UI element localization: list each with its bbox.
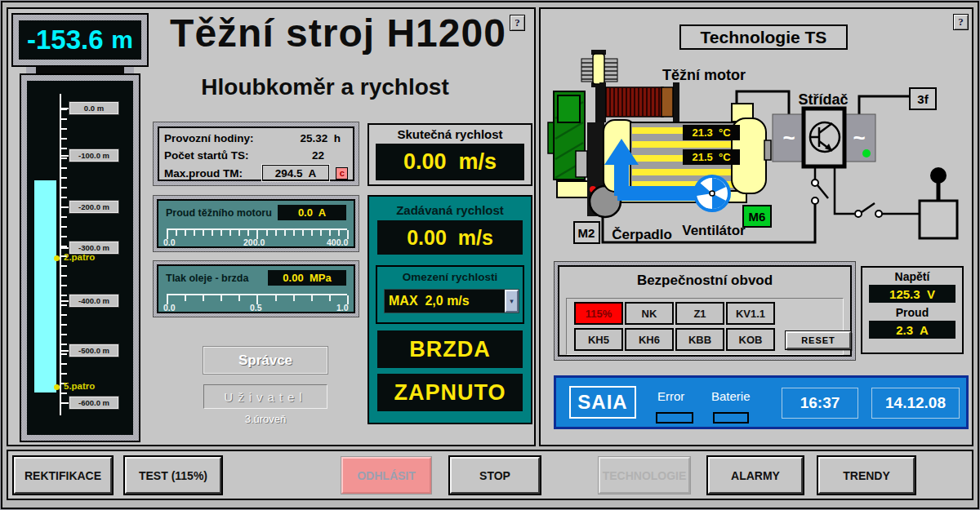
motor-temp2-value: 21.5 °C xyxy=(692,151,731,163)
left-panel: -153.6 m 0.0 m -100.0 m xyxy=(7,7,536,446)
voltage-label: Napětí xyxy=(862,270,962,283)
plc-error-label: Error xyxy=(657,389,684,403)
toolbar-button-alarmy[interactable]: ALARMY xyxy=(708,457,803,494)
plc-error-indicator xyxy=(656,412,693,424)
depth-unit: m xyxy=(111,26,133,54)
inverter-run-led xyxy=(862,149,871,157)
user-login-button[interactable]: Uživatel xyxy=(203,384,327,409)
toolbar-button-odhlasit[interactable]: ODHLÁSIT xyxy=(341,457,431,494)
floor-marker-label: 5.patro xyxy=(64,381,95,391)
scale-label: -600.0 m xyxy=(69,397,118,409)
floor-marker-label: 2.patro xyxy=(64,252,95,262)
run-hours-value: 25.32 h xyxy=(269,132,341,144)
current-display: 2.3 A xyxy=(869,321,956,339)
heatsink-capsule xyxy=(593,54,604,84)
safety-indicator-kv11: KV1.1 xyxy=(726,302,775,325)
safety-indicator-nk: NK xyxy=(625,302,674,325)
depth-display: -153.6 m xyxy=(19,20,141,60)
safety-indicator-kob: KOB xyxy=(726,328,775,351)
contactor-switch-1 xyxy=(812,180,828,204)
toolbar-button-technologie[interactable]: TECHNOLOGIE xyxy=(599,457,690,494)
toolbar-button-rektifikace[interactable]: REKTIFIKACE xyxy=(14,457,112,494)
power-status-display: ZAPNUTO xyxy=(377,374,523,411)
setpoint-speed-title: Zadávaná rychlost xyxy=(369,203,531,217)
contactor-switch-2 xyxy=(855,203,882,217)
plc-battery-label: Baterie xyxy=(711,389,751,403)
safety-indicator-kbb: KBB xyxy=(675,328,724,351)
chevron-down-icon[interactable]: ▾ xyxy=(505,290,519,313)
page-subtitle: Hloubkoměr a rychlost xyxy=(154,74,497,100)
help-button[interactable]: ? xyxy=(510,15,525,31)
oil-pressure-display: 0.00 MPa xyxy=(268,270,346,286)
plc-status-bar: SAIA Error Baterie 16:37 14.12.08 xyxy=(554,375,969,429)
floor-marker-dot xyxy=(54,255,60,261)
depth-scale-frame: 0.0 m -100.0 m -200.0 m -300.0 m -400.0 … xyxy=(20,73,140,442)
floor-marker-dot xyxy=(54,384,60,390)
max-current-label: Max.proud TM: xyxy=(164,167,262,180)
fan-icon xyxy=(695,176,729,211)
gauge-tick-label: 0.5 xyxy=(250,303,262,313)
toolbar-button-trendy[interactable]: TRENDY xyxy=(818,457,915,494)
voltage-display: 125.3 V xyxy=(869,285,956,303)
info-panel-frame: Provozní hodiny: 25.32 h Počet startů TS… xyxy=(153,122,359,186)
wire-inverter-grid xyxy=(859,96,910,114)
speed-limit-title: Omezení rychlosti xyxy=(377,271,523,283)
reset-button[interactable]: RESET xyxy=(786,331,851,349)
toolbar-button-test[interactable]: TEST (115%) xyxy=(125,457,221,494)
gauge-tick-label: 400.0 xyxy=(327,237,348,247)
gauge-tick-label: 0.0 xyxy=(163,303,176,313)
actual-speed-panel: Skutečná rychlost 0.00 m/s xyxy=(368,123,532,186)
motor-current-display: 0.0 A xyxy=(278,205,346,220)
info-panel: Provozní hodiny: 25.32 h Počet startů TS… xyxy=(158,126,354,181)
depth-position-bar xyxy=(34,180,56,392)
safety-indicator-field: 115% NK Z1 KV1.1 KH5 KH6 KBB KOB RESET xyxy=(566,298,844,355)
resistor-ribs xyxy=(610,88,659,116)
hmi-screen: -153.6 m 0.0 m -100.0 m xyxy=(0,0,980,510)
toolbar: REKTIFIKACE TEST (115%) ODHLÁSIT STOP TE… xyxy=(7,450,973,500)
oil-pressure-gauge-frame: Tlak oleje - brzda 0.00 MPa 0.0 0.5 1.0 xyxy=(153,260,359,317)
max-current-value: 294.5 A xyxy=(262,165,330,181)
oil-pressure-label: Tlak oleje - brzda xyxy=(166,273,248,284)
start-count-label: Počet startů TS: xyxy=(164,149,269,162)
toolbar-button-stop[interactable]: STOP xyxy=(450,457,540,494)
access-level-label: 3.úroveň xyxy=(203,413,327,425)
clear-max-button[interactable]: c xyxy=(336,167,348,180)
actual-speed-display: 0.00 m/s xyxy=(376,144,524,180)
admin-login-button[interactable]: Správce xyxy=(203,347,327,374)
oil-pressure-gauge: Tlak oleje - brzda 0.00 MPa 0.0 0.5 1.0 xyxy=(157,264,355,313)
plc-time-display: 16:37 xyxy=(782,388,858,419)
inverter-label: Střídač xyxy=(798,91,848,108)
setpoint-speed-display: 0.00 m/s xyxy=(377,220,523,255)
motor-current-gauge: Proud těžního motoru 0.0 A 0.0 200.0 400… xyxy=(157,199,355,248)
gauge-tick-label: 200.0 xyxy=(243,237,265,247)
gauge-tick-label: 0.0 xyxy=(163,237,176,247)
depth-scale: 0.0 m -100.0 m -200.0 m -300.0 m -400.0 … xyxy=(27,81,133,435)
electrical-values-box: Napětí 125.3 V Proud 2.3 A xyxy=(861,266,964,354)
start-count-value: 22 xyxy=(269,149,324,162)
safety-indicator-kh6: KH6 xyxy=(625,328,674,351)
motor-current-label: Proud těžního motoru xyxy=(166,207,272,219)
ac-symbol: ~ xyxy=(782,126,795,150)
speed-limit-select[interactable]: MAX 2,0 m/s ▾ xyxy=(384,289,519,313)
depth-display-frame: -153.6 m xyxy=(11,13,149,67)
brake-status-display: BRZDA xyxy=(377,330,523,368)
plc-brand-box: SAIA xyxy=(569,386,636,419)
safety-indicator-z1: Z1 xyxy=(675,302,724,325)
fan-label: Ventilátor xyxy=(682,223,746,238)
plc-battery-indicator xyxy=(713,412,749,424)
cabinet-side-tab xyxy=(548,122,554,153)
motor-label: Těžní motor xyxy=(662,67,746,83)
safety-panel: Bezpečnostní obvod 115% NK Z1 KV1.1 KH5 … xyxy=(558,265,852,357)
speed-control-panel: Zadávaná rychlost 0.00 m/s Omezení rychl… xyxy=(368,195,532,424)
safety-title: Bezpečnostní obvod xyxy=(559,273,850,289)
plc-date-display: 14.12.08 xyxy=(871,388,960,419)
motor-shaft-tab xyxy=(764,140,771,160)
pump-label: Čerpadlo xyxy=(612,227,672,242)
speed-limit-value: MAX 2,0 m/s xyxy=(385,290,505,313)
scale-label: -500.0 m xyxy=(69,344,118,357)
scale-label: 0.0 m xyxy=(69,102,118,114)
current-label: Proud xyxy=(862,306,962,319)
page-title: Těžní stroj H1200 xyxy=(154,11,523,55)
safety-indicator-115: 115% xyxy=(574,302,623,325)
resistor-post xyxy=(599,82,606,122)
